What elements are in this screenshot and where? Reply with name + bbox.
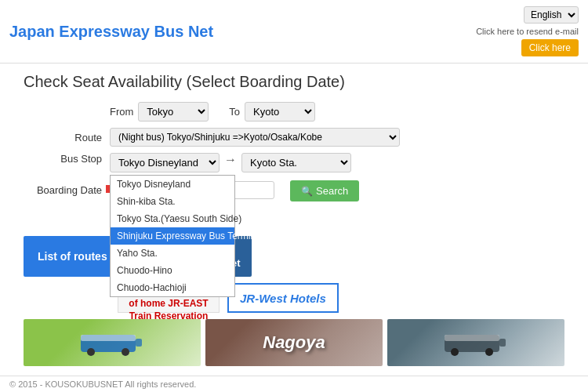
nagoya-text: Nagoya	[263, 332, 325, 353]
header: Japan Expressway Bus Net English Click h…	[0, 0, 588, 64]
svg-point-4	[122, 348, 129, 356]
boarding-date-label: Boarding Date	[24, 184, 110, 196]
bus-stop-dropdown-list: Tokyo Disneyland Shin-kiba Sta. Tokyo St…	[110, 175, 235, 297]
route-label: Route	[24, 132, 110, 143]
dropdown-item-2[interactable]: Tokyo Sta.(Yaesu South Side)	[111, 210, 234, 227]
photo-bus-right	[387, 319, 564, 366]
language-select[interactable]: English	[524, 6, 579, 24]
svg-point-8	[451, 348, 459, 356]
svg-point-3	[87, 348, 95, 356]
jr-west-label: JR-West Hotels	[240, 292, 326, 305]
to-text: To	[229, 106, 240, 118]
dropdown-item-4[interactable]: Yaho Sta.	[111, 245, 234, 262]
dropdown-item-3[interactable]: Shinjuku Expressway Bus Terminal	[111, 227, 234, 245]
dropdown-item-0[interactable]: Tokyo Disneyland	[111, 176, 234, 193]
jr-west-box[interactable]: JR-West Hotels	[227, 283, 339, 313]
footer: © 2015 - KOUSOKUBUSNET All rights reserv…	[0, 376, 588, 392]
route-select[interactable]: (Night bus) Tokyo/Shinjuku =>Kyoto/Osaka…	[110, 128, 400, 147]
site-title: Japan Expressway Bus Net	[9, 23, 213, 41]
resend-text: Click here to resend e-mail	[476, 27, 579, 36]
photo-row: Nagoya	[24, 319, 564, 366]
dropdown-item-5[interactable]: Chuodo-Hino	[111, 262, 234, 279]
search-label: Search	[316, 185, 348, 197]
from-to-row: From Tokyo To Kyoto	[24, 102, 564, 122]
route-row: Route (Night bus) Tokyo/Shinjuku =>Kyoto…	[24, 128, 564, 147]
bus-stop-select[interactable]: Tokyo Disneyland	[110, 153, 220, 172]
footer-text: © 2015 - KOUSOKUBUSNET All rights reserv…	[9, 379, 196, 389]
main-content: Check Seat Availability (Select Boarding…	[0, 64, 588, 376]
form-title: Check Seat Availability (Select Boarding…	[24, 73, 564, 91]
top-right-controls: English Click here to resend e-mail Clic…	[476, 6, 579, 56]
promo-row: Book your seat from the comfort of home …	[24, 283, 564, 313]
arrow-icon: →	[224, 153, 237, 167]
list-routes-button[interactable]: List of routes	[24, 236, 122, 277]
bus-stop-row: Bus Stop Tokyo Disneyland Tokyo Disneyla…	[24, 153, 564, 172]
photo-bus-left	[24, 319, 201, 366]
svg-rect-10	[499, 339, 506, 347]
boarding-date-row: Boarding Date 🔍 Search	[24, 179, 564, 201]
photo-nagoya: Nagoya	[205, 319, 383, 366]
svg-rect-7	[445, 335, 499, 341]
svg-rect-2	[81, 335, 136, 341]
click-here-button[interactable]: Click here	[521, 39, 579, 56]
dropdown-item-1[interactable]: Shin-kiba Sta.	[111, 193, 234, 210]
svg-rect-5	[136, 339, 142, 347]
dropdown-item-6[interactable]: Chuodo-Hachioji	[111, 279, 234, 296]
svg-point-9	[485, 348, 493, 356]
from-city-select[interactable]: Tokyo	[138, 102, 209, 122]
search-button[interactable]: 🔍 Search	[290, 180, 359, 201]
bus-stop-label: Bus Stop	[24, 153, 110, 165]
search-icon: 🔍	[301, 186, 313, 197]
bus-stop-dropdown-wrapper: Tokyo Disneyland Tokyo Disneyland Shin-k…	[110, 153, 220, 172]
bottom-buttons: List of routes How to use Expressway Bus…	[24, 236, 564, 277]
to-city-select[interactable]: Kyoto	[245, 102, 315, 122]
from-text: From	[110, 106, 133, 118]
from-to-fields: From Tokyo To Kyoto	[110, 102, 315, 122]
bus-stop-dest-select[interactable]: Kyoto Sta.	[241, 153, 351, 172]
